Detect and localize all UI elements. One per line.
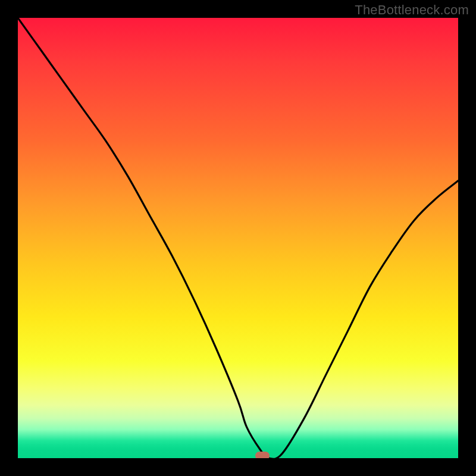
plot-area bbox=[18, 18, 458, 458]
optimal-marker bbox=[255, 452, 270, 458]
bottleneck-curve bbox=[18, 18, 458, 458]
chart-frame: TheBottleneck.com bbox=[0, 0, 476, 476]
attribution-text: TheBottleneck.com bbox=[355, 2, 469, 18]
